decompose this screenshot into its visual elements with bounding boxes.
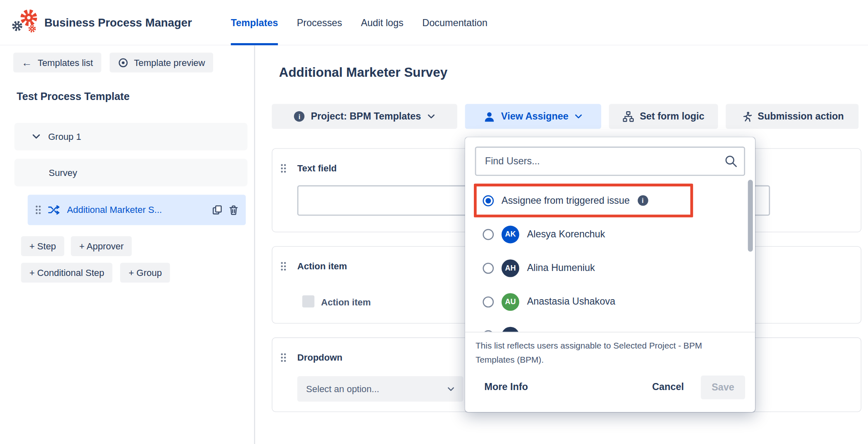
person-icon — [484, 111, 495, 122]
runner-icon — [740, 111, 752, 122]
chevron-down-icon — [427, 114, 435, 119]
radio-unselected[interactable] — [483, 229, 494, 240]
action-item-checkbox[interactable] — [302, 295, 314, 307]
avatar: AK — [502, 225, 520, 243]
info-icon: i — [294, 111, 304, 122]
sidebar-item-survey[interactable]: Survey — [15, 159, 248, 187]
templates-list-back-button[interactable]: ← Templates list — [13, 53, 101, 73]
dropdown-select[interactable]: Select an option... — [297, 376, 463, 401]
chevron-down-icon[interactable] — [32, 134, 40, 139]
field-label: Dropdown — [297, 352, 343, 363]
main-navigation: Templates Processes Audit logs Documenta… — [231, 0, 488, 45]
assignee-option-label: Alina Humeniuk — [527, 262, 595, 274]
survey-label: Survey — [49, 167, 77, 178]
assignee-option-label: Assignee from triggered issue — [502, 195, 630, 206]
add-step-button[interactable]: + Step — [21, 236, 64, 256]
page-title: Additional Marketer Survey — [279, 65, 448, 80]
drag-handle-icon[interactable] — [35, 205, 41, 215]
field-label: Text field — [297, 163, 337, 173]
dropdown-placeholder: Select an option... — [306, 383, 379, 394]
chevron-down-icon — [574, 114, 582, 119]
chevron-down-icon — [447, 386, 454, 391]
find-users-search-input[interactable] — [475, 146, 745, 176]
tab-templates[interactable]: Templates — [231, 0, 278, 45]
drag-handle-icon[interactable] — [281, 353, 286, 364]
assignee-option-triggered-issue[interactable]: Assignee from triggered issue i — [474, 184, 740, 217]
checkbox-label: Action item — [321, 297, 371, 307]
app-logo-gears-icon — [11, 8, 41, 38]
tab-processes[interactable]: Processes — [297, 0, 342, 45]
save-button[interactable]: Save — [701, 376, 745, 399]
view-assignee-button[interactable]: View Assignee — [465, 104, 601, 129]
editor-toolbar: i Project: BPM Templates View Assignee S… — [272, 104, 858, 129]
assignable-users-note: This list reflects users assignable to S… — [476, 339, 736, 367]
popup-scrollbar-thumb[interactable] — [748, 180, 753, 251]
add-group-button[interactable]: + Group — [120, 263, 170, 283]
assignee-option-user-partial[interactable] — [474, 319, 740, 332]
sidebar-group-1[interactable]: Group 1 — [15, 123, 248, 151]
preview-eye-icon — [118, 57, 128, 68]
tab-audit-logs[interactable]: Audit logs — [361, 0, 403, 45]
app-title: Business Process Manager — [44, 0, 192, 45]
add-conditional-step-button[interactable]: + Conditional Step — [21, 263, 113, 283]
radio-unselected[interactable] — [483, 296, 494, 307]
assignee-options-list: Assignee from triggered issue i AK Alesy… — [465, 184, 746, 332]
template-sidebar: ← Templates list Template preview Test P… — [0, 45, 255, 444]
more-info-link[interactable]: More Info — [484, 381, 528, 393]
avatar: AH — [502, 259, 520, 277]
drag-handle-icon[interactable] — [281, 261, 286, 273]
assignee-option-label: Alesya Korenchuk — [527, 228, 605, 240]
assignee-option-user[interactable]: AK Alesya Korenchuk — [474, 217, 740, 251]
set-form-logic-button[interactable]: Set form logic — [609, 104, 718, 129]
sidebar-item-additional-marketer-survey[interactable]: Additional Marketer S... — [28, 195, 246, 225]
drag-handle-icon[interactable] — [281, 164, 286, 176]
popup-divider — [465, 332, 755, 332]
top-navbar: Business Process Manager Templates Proce… — [0, 0, 868, 45]
avatar: AU — [502, 293, 520, 311]
selected-item-label: Additional Marketer S... — [67, 205, 205, 215]
back-arrow-icon: ← — [22, 57, 32, 68]
tab-documentation[interactable]: Documentation — [422, 0, 488, 45]
assignee-option-user[interactable]: AU Anastasia Ushakova — [474, 285, 740, 318]
submission-action-button[interactable]: Submission action — [726, 104, 858, 129]
avatar-partial — [502, 327, 520, 332]
copy-item-button[interactable] — [213, 205, 222, 215]
assignee-option-user[interactable]: AH Alina Humeniuk — [474, 251, 740, 285]
shuffle-icon — [48, 205, 60, 215]
assignee-option-label: Anastasia Ushakova — [527, 296, 615, 307]
search-icon — [725, 155, 738, 170]
project-selector-button[interactable]: i Project: BPM Templates — [272, 104, 457, 129]
delete-item-button[interactable] — [229, 205, 238, 215]
field-label: Action item — [297, 261, 347, 271]
template-preview-button[interactable]: Template preview — [110, 53, 213, 73]
info-icon[interactable]: i — [638, 195, 648, 206]
radio-selected[interactable] — [483, 195, 494, 206]
view-assignee-popup: Assignee from triggered issue i AK Alesy… — [465, 137, 755, 412]
cancel-button[interactable]: Cancel — [652, 381, 684, 393]
template-title: Test Process Template — [17, 91, 130, 103]
group-label: Group 1 — [48, 132, 81, 142]
radio-unselected[interactable] — [483, 262, 494, 273]
add-approver-button[interactable]: + Approver — [71, 236, 132, 256]
form-logic-sitemap-icon — [623, 111, 634, 122]
